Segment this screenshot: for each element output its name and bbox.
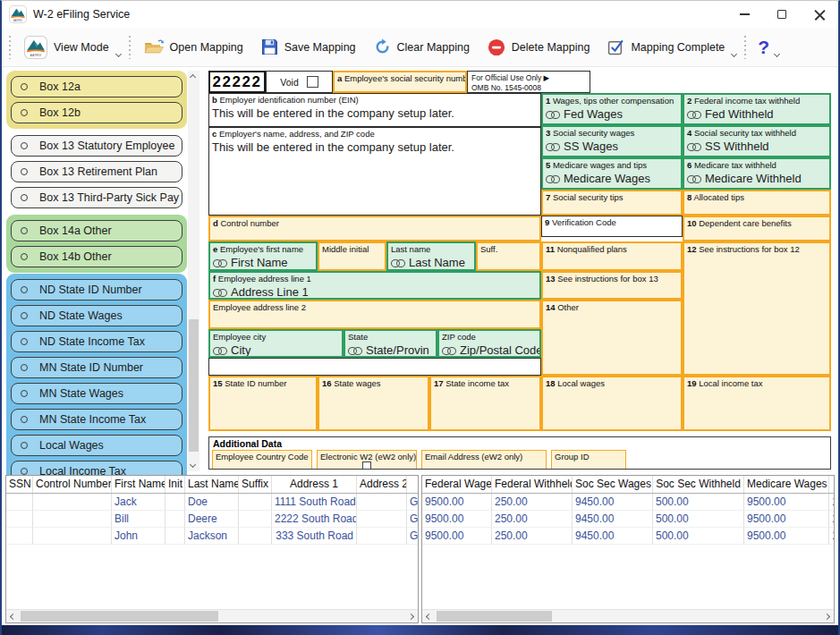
form-box-6-medicare-withheld[interactable]: 6 Medicare tax withheld Medicare Withhel… (683, 157, 831, 190)
form-box-middle-initial[interactable]: Middle initial (318, 241, 386, 271)
form-box-19-local-income-tax[interactable]: 19 Local income tax (683, 376, 831, 431)
sidebar-item-nd-state-income-tax[interactable]: ND State Income Tax (11, 331, 182, 352)
column-header-soc-sec-withheld[interactable]: Soc Sec Withheld (653, 476, 744, 493)
sidebar-item-mn-state-wages[interactable]: MN State Wages (11, 383, 182, 404)
amounts-grid-hscrollbar[interactable] (422, 609, 834, 622)
form-box-4-ss-withheld[interactable]: 4 Social security tax withheld SS Withhe… (683, 125, 831, 157)
employee-row[interactable]: JohnJackson333 South RoadGrand (6, 528, 418, 545)
form-box-country-code[interactable]: Employee Country Code (212, 450, 312, 470)
column-header-init[interactable]: Init (165, 476, 185, 493)
form-void-box[interactable]: Void (266, 71, 333, 93)
column-header-c[interactable]: C (407, 476, 419, 493)
form-box-f-address1[interactable]: f Employee address line 1 Address Line 1 (208, 271, 541, 300)
toolbar-overflow-button[interactable] (775, 44, 779, 60)
form-box-1-wages[interactable]: 1 Wages, tips other compensation Fed Wag… (541, 93, 683, 125)
scrollbar-thumb[interactable] (437, 611, 552, 622)
form-box-group-id[interactable]: Group ID (551, 450, 626, 470)
sidebar-item-box-13-statutory-employee[interactable]: Box 13 Statutory Employee (11, 135, 182, 157)
view-mode-button[interactable]: AATRIX View Mode (15, 31, 118, 64)
column-header-control-number[interactable]: Control Number (33, 476, 112, 493)
form-box-15-state-id[interactable]: 15 State ID number (208, 376, 318, 431)
sidebar-item-box-12b[interactable]: Box 12b (11, 102, 182, 123)
form-box-last-name[interactable]: Last name Last Name (386, 241, 476, 271)
employee-row[interactable]: JackDoe1111 South RoadGrand (6, 494, 418, 511)
form-box-email-address[interactable]: Email Address (eW2 only) (421, 450, 547, 470)
ew2-checkbox[interactable] (362, 461, 371, 470)
form-box-electronic-w2[interactable]: Electronic W2 (eW2 only) (317, 450, 417, 470)
scroll-right-icon[interactable] (408, 614, 414, 620)
column-header-medic[interactable]: Medic (829, 476, 835, 493)
form-box-c-employer[interactable]: c Employer's name, address, and ZIP code… (208, 127, 541, 216)
toolbar-grip[interactable] (128, 34, 132, 61)
amounts-row[interactable]: 9500.00250.009450.00500.009500.00150.0 (422, 511, 834, 528)
scroll-up-icon[interactable] (190, 74, 196, 80)
scrollbar-thumb[interactable] (189, 319, 199, 452)
scroll-left-icon[interactable] (426, 614, 432, 620)
form-box-9-verification[interactable]: 9 Verification Code (541, 216, 683, 237)
column-header-medicare-wages[interactable]: Medicare Wages (744, 476, 829, 493)
minimize-button[interactable] (725, 1, 763, 28)
form-box-suffix[interactable]: Suff. (476, 241, 541, 271)
column-header-soc-sec-wages[interactable]: Soc Sec Wages (573, 476, 653, 493)
column-header-address-2[interactable]: Address 2 (357, 476, 407, 493)
delete-mapping-button[interactable]: Delete Mapping (479, 31, 599, 64)
void-checkbox[interactable] (307, 76, 318, 88)
sidebar-item-local-wages[interactable]: Local Wages (11, 435, 182, 456)
form-box-11-nonqualified[interactable]: 11 Nonqualified plans (541, 241, 683, 271)
form-box-12-instructions[interactable]: 12 See instructions for box 12 (683, 241, 831, 376)
sidebar-item-nd-state-id-number[interactable]: ND State ID Number (11, 279, 182, 301)
sidebar-item-box-13-retirement-plan[interactable]: Box 13 Retirement Plan (11, 161, 182, 182)
scroll-left-icon[interactable] (10, 614, 16, 620)
column-header-first-name[interactable]: First Name (112, 476, 165, 493)
column-header-suffix[interactable]: Suffix (239, 476, 272, 493)
scroll-down-icon[interactable] (190, 461, 196, 468)
employee-row[interactable]: BillDeere2222 South RoadGrand (6, 511, 418, 528)
form-box-state[interactable]: State State/Provin (344, 329, 437, 358)
column-header-address-1[interactable]: Address 1 (272, 476, 357, 493)
open-mapping-button[interactable]: Open Mapping (135, 31, 252, 64)
form-box-e-first-name[interactable]: e Employee's first name First Name (208, 241, 318, 271)
form-box-17-state-income-tax[interactable]: 17 State income tax (429, 376, 541, 431)
help-button[interactable]: ? (751, 37, 776, 58)
toolbar-overflow-button[interactable] (732, 44, 736, 60)
form-box-8-allocated-tips[interactable]: 8 Allocated tips (683, 190, 831, 216)
form-box-b-ein[interactable]: b Employer identification number (EIN) T… (208, 93, 541, 127)
form-box-3-ss-wages[interactable]: 3 Social security wages SS Wages (541, 125, 683, 157)
form-box-14-other[interactable]: 14 Other (541, 300, 683, 376)
column-header-last-name[interactable]: Last Name (185, 476, 239, 493)
sidebar-item-box-13-third-party-sick-pay[interactable]: Box 13 Third-Party Sick Pay (11, 187, 182, 208)
column-header-federal-withheld[interactable]: Federal Withheld (492, 476, 573, 493)
form-box-10-dependent-care[interactable]: 10 Dependent care benefits (683, 216, 831, 241)
scroll-right-icon[interactable] (824, 614, 830, 620)
sidebar-item-box-14b-other[interactable]: Box 14b Other (11, 246, 182, 267)
save-mapping-button[interactable]: Save Mapping (252, 31, 365, 64)
clear-mapping-button[interactable]: Clear Mapping (365, 31, 479, 64)
amounts-row[interactable]: 9500.00250.009450.00500.009500.00150.0 (422, 494, 834, 511)
form-box-zip[interactable]: ZIP code Zip/Postal Code (437, 329, 541, 358)
mapping-complete-button[interactable]: Mapping Complete (598, 31, 734, 64)
form-box-address2[interactable]: Employee address line 2 (208, 300, 541, 329)
scrollbar-thumb[interactable] (21, 611, 218, 622)
amounts-row[interactable]: 9500.00250.009450.00500.009500.00150.0 (422, 528, 834, 545)
close-button[interactable] (801, 1, 838, 28)
sidebar-item-nd-state-wages[interactable]: ND State Wages (11, 305, 182, 326)
employee-grid-hscrollbar[interactable] (6, 609, 418, 622)
form-box-18-local-wages[interactable]: 18 Local wages (541, 376, 683, 431)
toolbar-grip[interactable] (8, 34, 12, 61)
form-box-16-state-wages[interactable]: 16 State wages (318, 376, 429, 431)
form-box-5-medicare-wages[interactable]: 5 Medicare wages and tips Medicare Wages (541, 157, 683, 190)
sidebar-item-mn-state-income-tax[interactable]: MN State Income Tax (11, 409, 182, 430)
sidebar-item-box-12a[interactable]: Box 12a (11, 76, 182, 97)
column-header-ssn[interactable]: SSN (6, 476, 33, 493)
form-box-a-ssn[interactable]: a Employee's social security number (333, 71, 467, 93)
form-box-2-fed-withheld[interactable]: 2 Federal income tax withheld Fed Withhe… (683, 93, 831, 125)
sidebar-item-mn-state-id-number[interactable]: MN State ID Number (11, 357, 182, 378)
sidebar-scrollbar[interactable] (188, 71, 199, 471)
maximize-button[interactable] (763, 1, 801, 28)
toolbar-overflow-button[interactable] (116, 44, 121, 60)
toolbar-grip[interactable] (743, 34, 747, 61)
column-header-federal-wages[interactable]: Federal Wages (422, 476, 492, 493)
sidebar-item-box-14a-other[interactable]: Box 14a Other (11, 220, 182, 241)
form-box-city[interactable]: Employee city City (208, 329, 344, 358)
form-box-d-control[interactable]: d Control number (208, 216, 541, 241)
